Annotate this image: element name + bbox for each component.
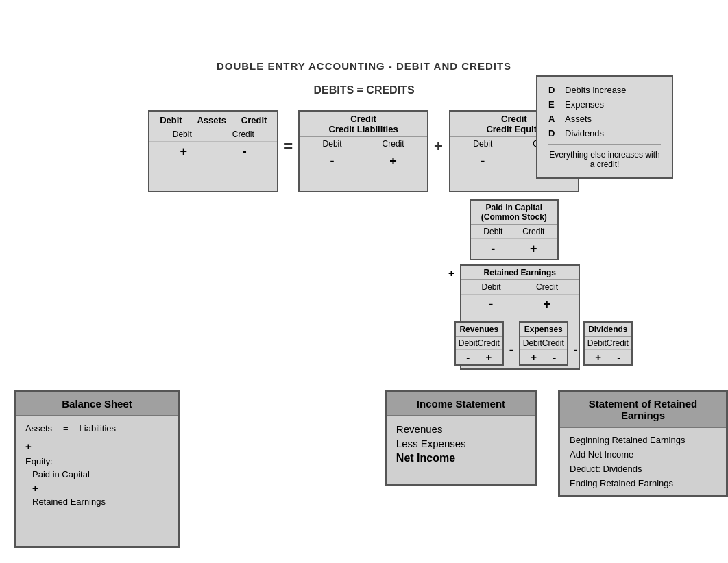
- dead-desc4: Dividends: [565, 128, 604, 138]
- pic-debit: Debit: [483, 227, 502, 236]
- equity-label: Credit Equity: [486, 124, 542, 134]
- bs-equity-label: Equity:: [25, 456, 53, 466]
- liabilities-credit-header: Credit: [383, 139, 404, 149]
- sre-panel: Statement of Retained Earnings Beginning…: [558, 390, 728, 497]
- bs-plus: +: [25, 440, 32, 452]
- equity-debit-sign: -: [481, 154, 485, 168]
- liabilities-box: Credit Credit Liabilities Debit Credit -…: [298, 110, 428, 192]
- sre-header: Statement of Retained Earnings: [560, 392, 726, 428]
- liabilities-debit-sign: -: [330, 154, 334, 168]
- dividends-label: Dividends: [585, 323, 631, 337]
- div-debit-sign: +: [595, 351, 601, 363]
- div-credit-sign: -: [617, 351, 620, 363]
- paid-capital-box: Paid in Capital (Common Stock) Debit Cre…: [470, 199, 559, 260]
- div-credit: Credit: [607, 338, 629, 348]
- assets-debit-label: Debit: [160, 115, 182, 125]
- revenues-box: Revenues Debit Credit - +: [454, 321, 504, 366]
- page-title: DOUBLE ENTRY ACCOUNTING - DEBIT AND CRED…: [0, 60, 728, 72]
- bs-assets-label: Assets: [25, 423, 52, 434]
- income-statement-panel: Income Statement Revenues Less Expenses …: [385, 390, 537, 486]
- rev-credit: Credit: [478, 338, 500, 348]
- div-separator: -: [574, 321, 578, 366]
- liabilities-debit-header: Debit: [323, 139, 342, 149]
- bs-paid-capital-label: Paid in Capital: [32, 469, 90, 479]
- bs-retained-earnings-label: Retained Earnings: [32, 497, 106, 507]
- assets-box: Debit Assets Credit Debit Credit + -: [148, 110, 278, 192]
- revenues-label: Revenues: [456, 323, 502, 337]
- div-debit: Debit: [587, 338, 607, 348]
- bs-plus2: +: [32, 482, 38, 494]
- liabilities-credit-sign: +: [389, 154, 397, 168]
- bs-equals: =: [63, 423, 69, 434]
- dead-d2: D: [548, 128, 558, 138]
- pic-credit-sign: +: [530, 242, 537, 256]
- balance-sheet-panel: Balance Sheet Assets = Liabilities + Equ…: [14, 390, 180, 548]
- equals-operator: =: [278, 138, 298, 155]
- liabilities-credit-top: Credit: [350, 114, 376, 124]
- dead-desc3: Assets: [565, 114, 592, 124]
- assets-debit-header: Debit: [173, 129, 192, 139]
- dead-desc1: Debits increase: [565, 85, 627, 95]
- assets-credit-sign: -: [243, 145, 247, 159]
- exp-debit-sign: +: [531, 351, 537, 363]
- re-credit: Credit: [536, 282, 558, 292]
- assets-label: Assets: [197, 115, 226, 125]
- plus-operator: +: [428, 138, 448, 155]
- rev-credit-sign: +: [485, 351, 492, 363]
- balance-sheet-header: Balance Sheet: [16, 392, 178, 416]
- equity-debit-header: Debit: [473, 139, 492, 149]
- info-note: Everything else increases with a credit!: [548, 150, 661, 169]
- expenses-label: Expenses: [520, 323, 567, 337]
- exp-debit: Debit: [523, 338, 542, 348]
- exp-separator: -: [509, 321, 513, 366]
- dividends-box: Dividends Debit Credit + -: [583, 321, 633, 366]
- pic-credit: Credit: [522, 227, 544, 236]
- expenses-box: Expenses Debit Credit + -: [519, 321, 568, 366]
- assets-debit-sign: +: [180, 145, 188, 159]
- rev-debit-sign: -: [466, 351, 470, 363]
- re-label: Retained Earnings: [484, 268, 556, 277]
- exp-credit-sign: -: [553, 351, 556, 363]
- sre-ending: Ending Retained Earnings: [570, 478, 716, 488]
- is-net-income: Net Income: [396, 452, 526, 464]
- equity-credit-top: Credit: [501, 114, 527, 124]
- is-less-expenses: Less Expenses: [396, 438, 526, 449]
- sre-deduct-dividends: Deduct: Dividends: [570, 464, 716, 474]
- exp-credit: Credit: [542, 338, 564, 348]
- rev-debit: Debit: [459, 338, 478, 348]
- sre-add-net-income: Add Net Income: [570, 449, 716, 460]
- liabilities-label: Credit Liabilities: [329, 124, 398, 134]
- re-debit: Debit: [481, 282, 500, 292]
- income-statement-header: Income Statement: [387, 392, 535, 416]
- paid-capital-label: Paid in Capital (Common Stock): [481, 203, 547, 222]
- dead-a: A: [548, 114, 558, 124]
- retained-earnings-box: Retained Earnings Debit Credit - +: [460, 264, 580, 370]
- pic-debit-sign: -: [491, 242, 495, 256]
- assets-credit-label: Credit: [241, 115, 267, 125]
- info-box: D Debits increase E Expenses A Assets D …: [536, 75, 673, 179]
- assets-credit-header: Credit: [232, 129, 254, 139]
- is-revenues: Revenues: [396, 423, 526, 435]
- re-debit-sign: -: [489, 297, 493, 312]
- re-credit-sign: +: [544, 297, 551, 312]
- sre-beginning: Beginning Retained Earnings: [570, 435, 716, 445]
- re-plus-operator: +: [448, 267, 454, 279]
- dead-d1: D: [548, 85, 558, 95]
- bs-liabilities-label: Liabilities: [80, 423, 116, 434]
- dead-e: E: [548, 99, 558, 110]
- dead-desc2: Expenses: [565, 99, 604, 110]
